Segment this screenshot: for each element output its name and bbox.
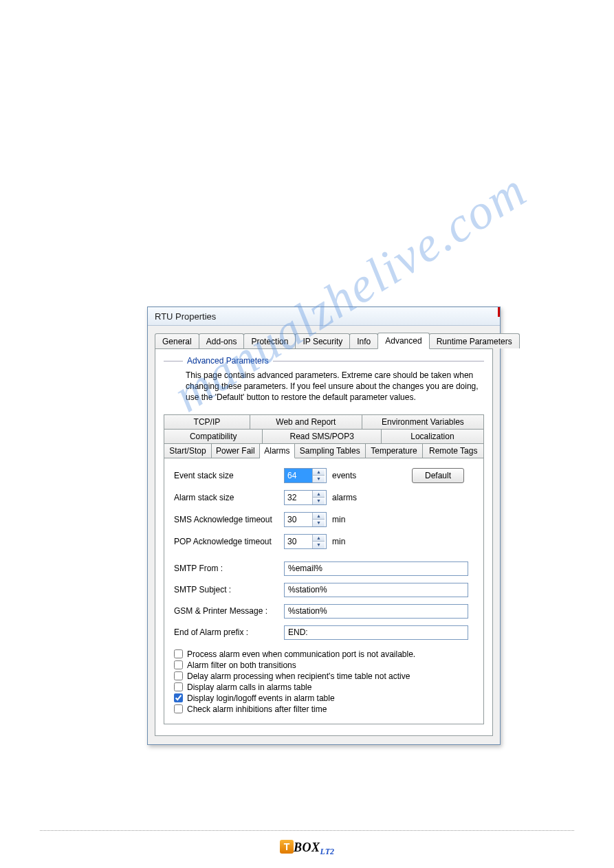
pop-ack-spinner[interactable]: ▲ ▼ [284, 534, 327, 549]
logo-t-icon: T [280, 840, 294, 854]
alarm-checkboxes: Process alarm even when communication po… [174, 649, 474, 714]
check-alarm-filter[interactable] [174, 660, 183, 669]
sms-ack-spinner[interactable]: ▲ ▼ [284, 512, 327, 527]
subtabs: TCP/IP Web and Report Environment Variab… [164, 414, 484, 724]
subtab-power-fail[interactable]: Power Fail [212, 443, 260, 458]
label-smtp-from: SMTP From : [174, 564, 284, 573]
tab-addons[interactable]: Add-ons [199, 333, 245, 348]
alarm-stack-spinner[interactable]: ▲ ▼ [284, 490, 327, 505]
subtab-read-sms-pop3[interactable]: Read SMS/POP3 [263, 429, 381, 444]
label-event-stack: Event stack size [174, 471, 284, 480]
check-delay-alarm[interactable] [174, 671, 183, 680]
end-prefix-input[interactable] [284, 625, 468, 640]
unit-alarms: alarms [332, 493, 357, 502]
alarms-panel: Event stack size ▲ ▼ events Default [164, 458, 484, 724]
unit-min: min [332, 515, 345, 524]
subtab-sampling-tables[interactable]: Sampling Tables [295, 443, 366, 458]
sms-ack-input[interactable] [285, 513, 312, 526]
intro-text: This page contains advanced parameters. … [164, 368, 484, 413]
subtab-compatibility[interactable]: Compatibility [164, 429, 263, 444]
check-process-alarm[interactable] [174, 649, 183, 658]
unit-events: events [332, 471, 356, 480]
label-gsm-printer: GSM & Printer Message : [174, 606, 284, 616]
spinner-down-icon[interactable]: ▼ [313, 498, 325, 504]
spinner-down-icon[interactable]: ▼ [313, 476, 325, 482]
divider [164, 361, 183, 361]
default-button[interactable]: Default [412, 468, 464, 483]
dialog-titlebar[interactable]: RTU Properties [148, 307, 500, 326]
tab-general[interactable]: General [155, 333, 199, 348]
subtab-tcpip[interactable]: TCP/IP [164, 414, 250, 430]
subtab-alarms[interactable]: Alarms [260, 443, 295, 458]
spinner-up-icon[interactable]: ▲ [313, 535, 325, 542]
event-stack-input[interactable] [285, 469, 312, 482]
tab-runtime-parameters[interactable]: Runtime Parameters [429, 333, 520, 348]
smtp-subject-input[interactable] [284, 583, 468, 597]
label-pop-ack: POP Acknowledge timeout [174, 537, 284, 546]
check-label: Delay alarm processing when recipient's … [187, 671, 410, 681]
check-label: Process alarm even when communication po… [187, 649, 415, 659]
group-title: Advanced Parameters [164, 356, 484, 366]
label-smtp-subject: SMTP Subject : [174, 585, 284, 594]
spinner-up-icon[interactable]: ▲ [313, 491, 325, 498]
check-label: Check alarm inhibitions after filter tim… [187, 704, 327, 714]
group-title-label: Advanced Parameters [187, 356, 269, 366]
tab-advanced[interactable]: Advanced [377, 333, 429, 349]
check-display-login[interactable] [174, 693, 183, 702]
label-alarm-stack: Alarm stack size [174, 493, 284, 502]
spinner-up-icon[interactable]: ▲ [313, 469, 325, 476]
subtab-remote-tags[interactable]: Remote Tags [423, 443, 484, 458]
subtab-temperature[interactable]: Temperature [366, 443, 424, 458]
event-stack-spinner[interactable]: ▲ ▼ [284, 468, 327, 483]
dialog-title: RTU Properties [155, 311, 216, 322]
gsm-printer-input[interactable] [284, 604, 468, 619]
subtab-web-report[interactable]: Web and Report [250, 414, 362, 430]
check-inhibitions[interactable] [174, 704, 183, 713]
dialog-body: General Add-ons Protection IP Security I… [148, 326, 500, 744]
check-display-calls[interactable] [174, 682, 183, 691]
unit-min: min [332, 537, 345, 546]
label-end-prefix: End of Alarm prefix : [174, 627, 284, 637]
tab-ip-security[interactable]: IP Security [295, 333, 350, 348]
subtab-localization[interactable]: Localization [382, 429, 484, 444]
advanced-panel: Advanced Parameters This page contains a… [155, 348, 493, 736]
subtab-env-vars[interactable]: Environment Variables [362, 414, 484, 430]
spinner-up-icon[interactable]: ▲ [313, 513, 325, 520]
spinner-down-icon[interactable]: ▼ [313, 520, 325, 526]
footer-divider [40, 830, 574, 831]
main-tabs: General Add-ons Protection IP Security I… [155, 332, 493, 348]
spinner-down-icon[interactable]: ▼ [313, 542, 325, 548]
check-label: Alarm filter on both transitions [187, 660, 296, 670]
pop-ack-input[interactable] [285, 535, 312, 548]
logo-box: BOX [294, 841, 320, 854]
check-label: Display alarm calls in alarms table [187, 682, 311, 692]
tab-info[interactable]: Info [349, 333, 378, 348]
label-sms-ack: SMS Acknowledge timeout [174, 515, 284, 524]
rtu-properties-dialog: RTU Properties General Add-ons Protectio… [147, 307, 501, 745]
check-label: Display login/logoff events in alarm tab… [187, 693, 335, 703]
logo-lt2: LT2 [320, 847, 334, 856]
smtp-from-input[interactable] [284, 561, 468, 576]
divider [273, 361, 484, 361]
footer-logo: TBOXLT2 [0, 840, 614, 857]
alarm-stack-input[interactable] [285, 491, 312, 504]
tab-protection[interactable]: Protection [243, 333, 296, 348]
subtab-start-stop[interactable]: Start/Stop [164, 443, 212, 458]
